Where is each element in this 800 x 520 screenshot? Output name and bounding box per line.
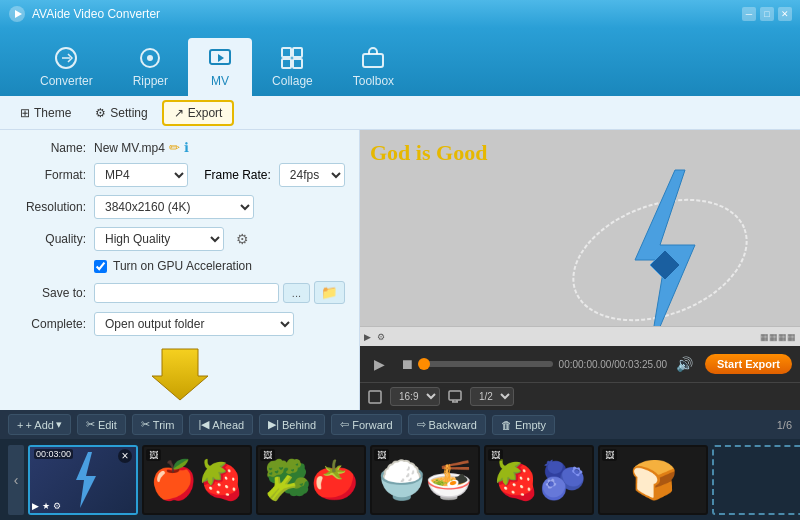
theme-grid-icon: ⊞ xyxy=(20,106,30,120)
tab-converter[interactable]: Converter xyxy=(20,38,113,96)
gpu-checkbox[interactable] xyxy=(94,260,107,273)
volume-button[interactable]: 🔊 xyxy=(673,353,695,375)
name-info-icon[interactable]: ℹ xyxy=(184,140,189,155)
page-select[interactable]: 1/2 xyxy=(470,387,514,406)
quality-row: Quality: High Quality ⚙ xyxy=(14,227,345,251)
clip-3[interactable]: 🥦🍅 🖼 xyxy=(256,445,366,515)
add-button[interactable]: + + Add ▾ xyxy=(8,414,71,435)
lightning-graphic xyxy=(560,150,760,346)
prev-clip-button[interactable]: ‹ xyxy=(8,445,24,515)
clip-1-icons: ▶ ★ ⚙ xyxy=(32,501,61,511)
backward-button[interactable]: ⇨ Backward xyxy=(408,414,486,435)
maximize-button[interactable]: □ xyxy=(760,7,774,21)
clip-4-thumb-icon: 🖼 xyxy=(374,449,389,461)
mv-icon xyxy=(208,46,232,70)
resolution-select[interactable]: 3840x2160 (4K) xyxy=(94,195,254,219)
sub-tab-export[interactable]: ↗ Export xyxy=(162,100,235,126)
save-path-group: C:\AVAide Studio\AVAi...Converter\MV Exp… xyxy=(94,281,345,304)
svg-point-4 xyxy=(147,55,153,61)
clip-4-emoji: 🍚🍜 xyxy=(378,458,472,502)
clip-1[interactable]: 00:03:00 × ▶ ★ ⚙ xyxy=(28,445,138,515)
add-label: + Add xyxy=(25,419,53,431)
left-panel: Name: New MV.mp4 ✏ ℹ Format: MP4 Frame R… xyxy=(0,130,360,410)
svg-marker-17 xyxy=(76,452,96,508)
tab-toolbox[interactable]: Toolbox xyxy=(333,38,414,96)
quality-select[interactable]: High Quality xyxy=(94,227,224,251)
save-path-input[interactable]: C:\AVAide Studio\AVAi...Converter\MV Exp… xyxy=(94,283,279,303)
resolution-label: Resolution: xyxy=(14,200,86,214)
trash-icon: 🗑 xyxy=(501,419,512,431)
complete-select[interactable]: Open output folder xyxy=(94,312,294,336)
svg-rect-6 xyxy=(282,48,291,57)
tab-collage-label: Collage xyxy=(272,74,313,88)
name-edit-icon[interactable]: ✏ xyxy=(169,140,180,155)
empty-button[interactable]: 🗑 Empty xyxy=(492,415,555,435)
stop-button[interactable]: ⏹ xyxy=(396,353,418,375)
ahead-label: Ahead xyxy=(212,419,244,431)
controls-bar: ▶ ⏹ 00:00:00.00/00:03:25.00 🔊 Start Expo… xyxy=(360,346,800,382)
sub-tab-setting[interactable]: ⚙ Setting xyxy=(85,102,157,124)
bottom-timeline: + + Add ▾ ✂ Edit ✂ Trim |◀ Ahead ▶| Behi… xyxy=(0,410,800,520)
gpu-label: Turn on GPU Acceleration xyxy=(113,259,252,273)
add-icon: + xyxy=(17,419,23,431)
clip-6[interactable]: 🍞 🖼 xyxy=(598,445,708,515)
clip-1-close-icon[interactable]: × xyxy=(118,449,132,463)
save-path-row: Save to: C:\AVAide Studio\AVAi...Convert… xyxy=(14,281,345,304)
bottom-icon-2: ⚙ xyxy=(377,332,385,342)
browse-path-button[interactable]: ... xyxy=(283,283,310,303)
clip-1-lightning-icon xyxy=(58,450,108,510)
close-button[interactable]: ✕ xyxy=(778,7,792,21)
start-export-small-button[interactable]: Start Export xyxy=(705,354,792,374)
play-button[interactable]: ▶ xyxy=(368,353,390,375)
aspect-ratio-select[interactable]: 16:9 xyxy=(390,387,440,406)
ahead-button[interactable]: |◀ Ahead xyxy=(189,414,253,435)
clip-placeholder[interactable] xyxy=(712,445,800,515)
quality-label: Quality: xyxy=(14,232,86,246)
svg-marker-11 xyxy=(152,349,208,400)
tab-mv-label: MV xyxy=(211,74,229,88)
forward-icon: ⇦ xyxy=(340,418,349,431)
bottom-icon-1: ▶ xyxy=(364,332,371,342)
tab-toolbox-label: Toolbox xyxy=(353,74,394,88)
tab-mv[interactable]: MV xyxy=(188,38,252,96)
progress-knob[interactable] xyxy=(418,358,430,370)
window-controls: ─ □ ✕ xyxy=(742,7,792,21)
trim-scissors-icon: ✂ xyxy=(141,418,150,431)
video-preview-area: God is Good ▶ ⚙ ▦▦ xyxy=(360,130,800,346)
edit-scissors-icon: ✂ xyxy=(86,418,95,431)
svg-rect-10 xyxy=(363,54,383,67)
bottom-right-icon: ▦▦▦▦ xyxy=(760,332,796,342)
clip-2[interactable]: 🍎🍓 🖼 xyxy=(142,445,252,515)
backward-icon: ⇨ xyxy=(417,418,426,431)
clip-1-star-icon: ★ xyxy=(42,501,50,511)
clip-1-time: 00:03:00 xyxy=(34,449,73,459)
backward-label: Backward xyxy=(429,419,477,431)
open-folder-button[interactable]: 📁 xyxy=(314,281,345,304)
frame-rate-select[interactable]: 24fps xyxy=(279,163,345,187)
trim-button[interactable]: ✂ Trim xyxy=(132,414,184,435)
behind-button[interactable]: ▶| Behind xyxy=(259,414,325,435)
edit-button[interactable]: ✂ Edit xyxy=(77,414,126,435)
empty-label: Empty xyxy=(515,419,546,431)
clip-6-emoji: 🍞 xyxy=(630,458,677,502)
clip-3-thumb-icon: 🖼 xyxy=(260,449,275,461)
format-select[interactable]: MP4 xyxy=(94,163,188,187)
minimize-button[interactable]: ─ xyxy=(742,7,756,21)
format-framerate-row: Format: MP4 Frame Rate: 24fps xyxy=(14,163,345,187)
tab-ripper[interactable]: Ripper xyxy=(113,38,188,96)
gpu-row: Turn on GPU Acceleration xyxy=(94,259,345,273)
clip-4[interactable]: 🍚🍜 🖼 xyxy=(370,445,480,515)
sub-tab-theme[interactable]: ⊞ Theme xyxy=(10,102,81,124)
forward-button[interactable]: ⇦ Forward xyxy=(331,414,401,435)
clip-2-thumb-icon: 🖼 xyxy=(146,449,161,461)
quality-gear-icon[interactable]: ⚙ xyxy=(236,231,249,247)
svg-rect-9 xyxy=(293,59,302,68)
progress-bar[interactable] xyxy=(424,361,553,367)
right-panel: God is Good ▶ ⚙ ▦▦ xyxy=(360,130,800,410)
clip-5[interactable]: 🍓🫐 🖼 xyxy=(484,445,594,515)
export-arrow-down-icon xyxy=(150,344,210,404)
timeline-clips: ‹ 00:03:00 × ▶ ★ ⚙ 🍎🍓 xyxy=(0,440,800,520)
ahead-icon: |◀ xyxy=(198,418,209,431)
tab-converter-label: Converter xyxy=(40,74,93,88)
tab-collage[interactable]: Collage xyxy=(252,38,333,96)
